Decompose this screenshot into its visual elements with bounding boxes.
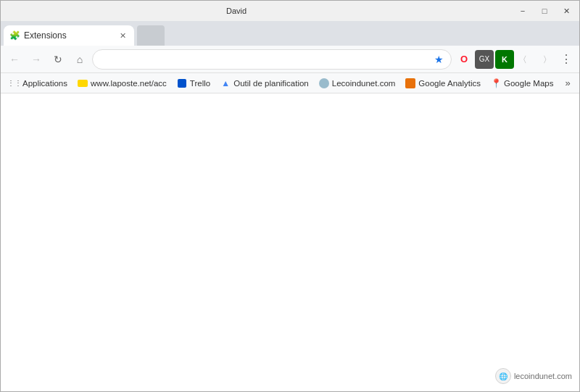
forward-button[interactable]: → xyxy=(27,50,46,69)
ext-back-button[interactable]: 〈 xyxy=(515,50,534,69)
new-tab-placeholder xyxy=(137,25,165,46)
bookmarks-more-button[interactable]: » xyxy=(560,76,575,91)
tab-extensions[interactable]: 🧩 Extensions ✕ xyxy=(4,25,134,46)
bookmark-label: Google Maps xyxy=(504,79,553,88)
analytics-icon xyxy=(405,78,415,88)
bookmark-label: www.laposte.net/acc xyxy=(91,79,167,88)
watermark: 🌐 lecoindunet.com xyxy=(495,368,572,384)
bookmark-trello[interactable]: Trello xyxy=(173,75,215,91)
kaspersky-button[interactable]: K xyxy=(495,50,514,69)
bookmark-label: Trello xyxy=(190,79,210,88)
bookmark-laposte[interactable]: www.laposte.net/acc xyxy=(73,75,171,91)
tab-bar: 🧩 Extensions ✕ xyxy=(1,21,579,46)
back-button[interactable]: ← xyxy=(5,50,24,69)
title-bar: David − □ ✕ xyxy=(1,1,579,21)
nav-bar: ← → ↻ ⌂ ★ O GX K 〈 〉 ⋮ xyxy=(1,46,579,73)
adwords-icon: ▲ xyxy=(220,78,231,88)
close-button[interactable]: ✕ xyxy=(556,4,576,18)
tab-title: Extensions xyxy=(24,30,114,41)
extensions-tab-icon: 🧩 xyxy=(9,30,20,41)
lecoin-icon xyxy=(319,78,329,88)
bookmark-google-analytics[interactable]: Google Analytics xyxy=(401,75,485,91)
bookmark-label: Google Analytics xyxy=(418,79,481,88)
opera-ext-button[interactable]: O xyxy=(455,50,473,69)
maps-icon: 📍 xyxy=(491,78,501,88)
minimize-button[interactable]: − xyxy=(513,4,533,18)
bookmark-star-icon[interactable]: ★ xyxy=(434,54,444,65)
bookmark-planification[interactable]: ▲ Outil de planification xyxy=(216,75,313,91)
address-input[interactable] xyxy=(100,54,431,64)
ext-forward-button[interactable]: 〉 xyxy=(536,50,555,69)
tab-close-button[interactable]: ✕ xyxy=(117,30,128,41)
maximize-button[interactable]: □ xyxy=(534,4,555,18)
watermark-logo: 🌐 xyxy=(495,368,511,384)
address-bar[interactable]: ★ xyxy=(92,49,452,70)
trello-icon xyxy=(177,78,187,88)
apps-icon: ⋮⋮ xyxy=(9,78,20,88)
bookmark-applications[interactable]: ⋮⋮ Applications xyxy=(5,75,72,91)
profile-name: David xyxy=(226,7,290,15)
home-button[interactable]: ⌂ xyxy=(70,50,89,69)
bookmark-label: Applications xyxy=(22,79,67,88)
chrome-menu-button[interactable]: ⋮ xyxy=(556,50,575,69)
bookmark-lecoindunet[interactable]: Lecoindunet.com xyxy=(315,75,400,91)
main-content: 🌐 lecoindunet.com xyxy=(1,93,579,392)
window-controls: − □ ✕ xyxy=(513,4,576,18)
watermark-text: lecoindunet.com xyxy=(514,372,572,380)
extension-buttons: O GX K 〈 〉 ⋮ xyxy=(455,50,575,69)
bookmark-label: Outil de planification xyxy=(233,79,309,88)
opera-gx-button[interactable]: GX xyxy=(475,50,494,69)
bookmark-google-maps[interactable]: 📍 Google Maps xyxy=(486,75,558,91)
laposte-icon xyxy=(78,78,88,88)
bookmarks-bar: ⋮⋮ Applications www.laposte.net/acc Trel… xyxy=(1,73,579,93)
bookmark-label: Lecoindunet.com xyxy=(332,79,396,88)
reload-button[interactable]: ↻ xyxy=(49,50,67,69)
